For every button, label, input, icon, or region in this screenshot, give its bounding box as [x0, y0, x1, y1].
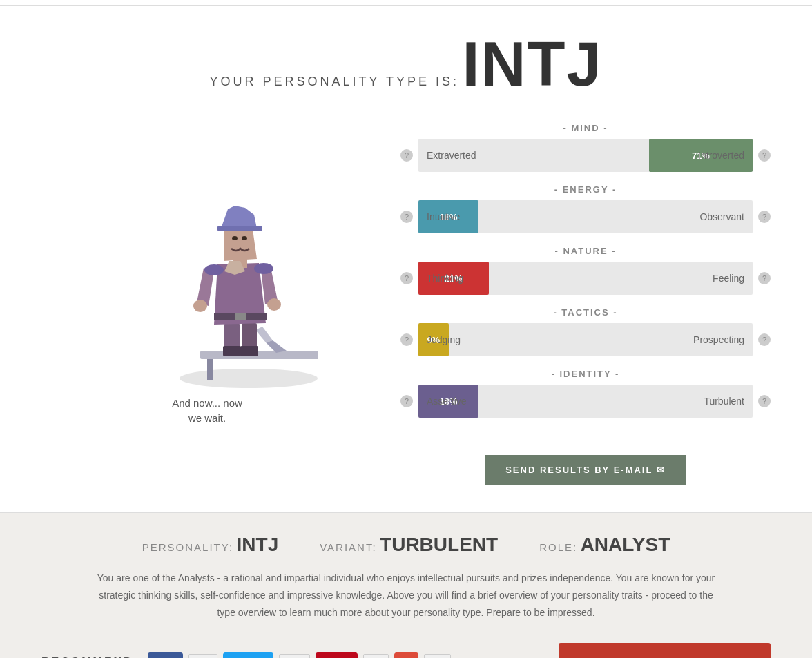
nature-help-icon-right[interactable]: ?: [758, 272, 771, 284]
energy-bar: Intuitive 18% Observant: [418, 200, 753, 233]
twitter-count: 5,416: [279, 654, 311, 658]
prospecting-label: Prospecting: [693, 334, 744, 345]
mind-help-icon[interactable]: ?: [400, 149, 413, 162]
main-container: YOUR PERSONALITY TYPE IS: INTJ: [0, 6, 812, 658]
svg-marker-6: [255, 327, 273, 342]
turbulent-label: Turbulent: [704, 396, 744, 407]
svg-point-18: [267, 298, 281, 311]
svg-point-23: [232, 236, 238, 240]
character-caption: And now... now we wait.: [172, 396, 242, 427]
extraverted-label: Extraverted: [427, 150, 476, 161]
svg-marker-21: [221, 206, 257, 229]
bottom-section: PERSONALITY: INTJ VARIANT: TURBULENT ROL…: [0, 512, 812, 658]
nature-row: ? Thinking 21% Feeling ?: [400, 262, 771, 295]
role-summary-item: ROLE: ANALYST: [539, 534, 670, 556]
twitter-tweet-button[interactable]: 🐦 Tweet: [223, 652, 273, 658]
nature-group: - NATURE - ? Thinking 21% Feeling ?: [400, 246, 771, 295]
personality-summary: PERSONALITY: INTJ VARIANT: TURBULENT ROL…: [41, 534, 771, 556]
hero-section: YOUR PERSONALITY TYPE IS: INTJ: [0, 6, 812, 116]
svg-rect-2: [207, 359, 213, 380]
social-buttons: f Like 197k 🐦 Tweet 5,416 P Pin it 879: [148, 652, 545, 658]
identity-help-icon[interactable]: ?: [400, 395, 413, 407]
svg-rect-1: [200, 351, 318, 359]
recommend-row: RECOMMEND f Like 197k 🐦 Tweet 5,416 P Pi…: [41, 643, 771, 658]
identity-help-icon-right[interactable]: ?: [758, 395, 771, 407]
svg-point-16: [193, 300, 207, 312]
energy-row: ? Intuitive 18% Observant ?: [400, 200, 771, 233]
mind-label: - MIND -: [400, 123, 771, 133]
svg-point-24: [242, 236, 247, 240]
tactics-label: - TACTICS -: [400, 307, 771, 318]
tactics-group: - TACTICS - ? Judging 9% Prospecting ?: [400, 307, 771, 356]
right-panel: - MIND - ? Extraverted 71% Introverted ?…: [400, 123, 771, 485]
gplus-button[interactable]: g+: [394, 652, 419, 658]
personality-description: You are one of the Analysts - a rational…: [95, 570, 717, 622]
variant-summary-item: VARIANT: TURBULENT: [320, 534, 498, 556]
observant-label: Observant: [699, 211, 744, 222]
mind-help-icon-right[interactable]: ?: [758, 149, 771, 162]
tactics-help-icon[interactable]: ?: [400, 333, 413, 346]
mind-group: - MIND - ? Extraverted 71% Introverted ?: [400, 123, 771, 172]
gplus-count: 2.1k: [424, 654, 451, 658]
mind-row: ? Extraverted 71% Introverted ?: [400, 139, 771, 172]
svg-rect-14: [235, 313, 246, 320]
personality-type-display: INTJ: [462, 30, 602, 99]
read-type-overview-button[interactable]: READ TYPE OVERVIEW: [559, 643, 771, 658]
identity-row: ? Assertive 18% Turbulent ?: [400, 385, 771, 418]
top-nav: [0, 0, 812, 6]
assertive-label: Assertive: [427, 396, 467, 407]
svg-point-0: [180, 369, 318, 388]
energy-help-icon-right[interactable]: ?: [758, 211, 771, 223]
left-panel: And now... now we wait.: [41, 123, 373, 485]
intuitive-label: Intuitive: [427, 211, 460, 222]
nature-help-icon[interactable]: ?: [400, 272, 413, 284]
introverted-label: Introverted: [698, 150, 744, 161]
svg-rect-22: [218, 226, 262, 231]
identity-bar: Assertive 18% Turbulent: [418, 385, 753, 418]
identity-label: - IDENTITY -: [400, 369, 771, 379]
svg-point-26: [204, 264, 224, 275]
tactics-help-icon-right[interactable]: ?: [758, 333, 771, 346]
content-section: And now... now we wait. - MIND - ? Extra…: [0, 116, 812, 512]
nature-label: - NATURE -: [400, 246, 771, 256]
tactics-row: ? Judging 9% Prospecting ?: [400, 323, 771, 356]
pinterest-count: 879: [363, 654, 388, 658]
facebook-like-button[interactable]: f Like: [148, 652, 183, 658]
svg-point-27: [254, 263, 273, 274]
mind-bar: Extraverted 71% Introverted: [418, 139, 753, 172]
svg-rect-11: [240, 346, 258, 356]
send-results-button[interactable]: SEND RESULTS BY E-MAIL ✉: [485, 455, 686, 485]
facebook-count: 197k: [188, 654, 218, 658]
energy-label: - ENERGY -: [400, 184, 771, 195]
nature-bar: Thinking 21% Feeling: [418, 262, 753, 295]
thinking-label: Thinking: [427, 273, 463, 284]
personality-summary-item: PERSONALITY: INTJ: [142, 534, 279, 556]
identity-group: - IDENTITY - ? Assertive 18% Turbulent ?: [400, 369, 771, 418]
personality-title-prefix: YOUR PERSONALITY TYPE IS:: [210, 75, 459, 88]
pinterest-button[interactable]: P Pin it: [316, 652, 358, 658]
character-illustration: [97, 182, 318, 389]
energy-group: - ENERGY - ? Intuitive 18% Observant ?: [400, 184, 771, 233]
energy-help-icon[interactable]: ?: [400, 211, 413, 223]
email-icon: ✉: [657, 465, 666, 475]
judging-label: Judging: [427, 334, 461, 345]
tactics-bar: Judging 9% Prospecting: [418, 323, 753, 356]
hero-title: YOUR PERSONALITY TYPE IS: INTJ: [14, 33, 798, 95]
svg-rect-10: [223, 346, 241, 356]
feeling-label: Feeling: [713, 273, 744, 284]
